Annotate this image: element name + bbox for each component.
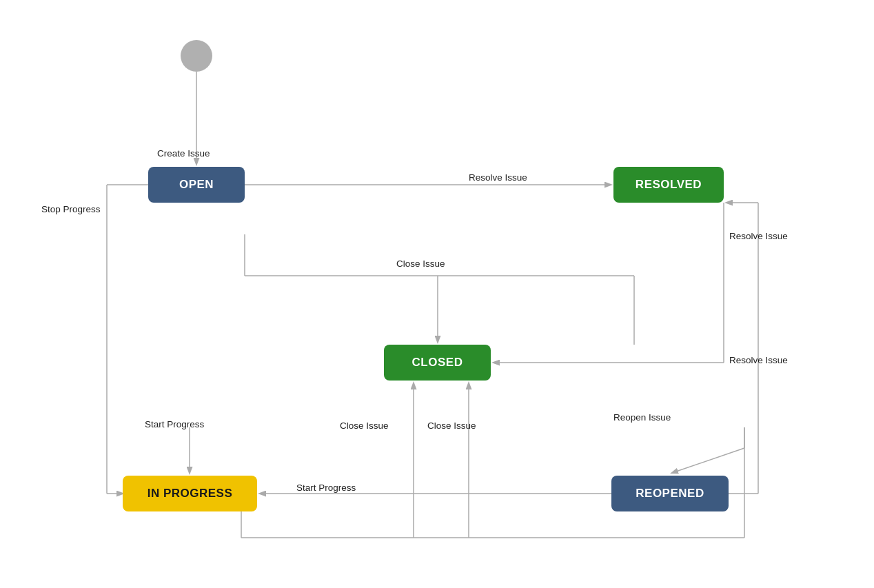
state-resolved: RESOLVED — [613, 167, 724, 203]
label-close-issue-3: Close Issue — [427, 420, 476, 431]
label-stop-progress: Stop Progress — [41, 204, 101, 214]
label-reopen-issue: Reopen Issue — [613, 412, 671, 423]
state-reopened: REOPENED — [611, 476, 729, 511]
label-resolve-issue-2: Resolve Issue — [729, 231, 788, 241]
label-start-progress-1: Start Progress — [145, 419, 204, 429]
state-inprogress: IN PROGRESS — [123, 476, 257, 511]
label-close-issue-1: Close Issue — [396, 258, 445, 269]
label-resolve-issue-1: Resolve Issue — [469, 172, 527, 183]
label-close-issue-2: Close Issue — [340, 420, 389, 431]
state-closed: CLOSED — [384, 345, 491, 381]
label-resolve-issue-3: Resolve Issue — [729, 355, 788, 365]
state-diagram: OPEN RESOLVED CLOSED IN PROGRESS REOPENE… — [0, 0, 874, 588]
state-open: OPEN — [148, 167, 245, 203]
start-node — [181, 40, 212, 72]
svg-line-20 — [672, 448, 744, 473]
label-create-issue: Create Issue — [157, 148, 210, 159]
label-start-progress-2: Start Progress — [296, 483, 356, 493]
